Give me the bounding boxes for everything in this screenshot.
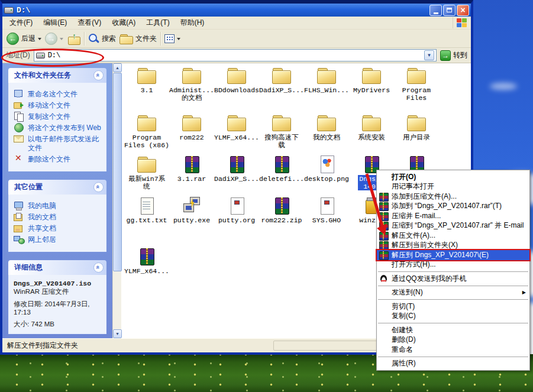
place-item[interactable]: 共享文档 [14,223,104,233]
file-item[interactable]: FLHS_Win... [304,67,349,114]
cloud [490,83,517,90]
forward-button[interactable]: → [45,33,63,45]
place-label: 共享文档 [28,223,56,233]
sidebar-scrollbar[interactable]: ▲ ▼ [112,63,121,338]
context-menu-item[interactable] [378,286,528,286]
folders-button[interactable]: 文件夹 [119,34,157,44]
context-menu-item-icon [379,232,389,239]
context-menu-item-label: 剪切(T) [392,302,415,312]
context-menu-item[interactable]: 创建快 [377,325,529,335]
task-item[interactable]: 删除这个文件 [14,154,104,164]
task-item[interactable]: 移动这个文件 [14,101,104,110]
go-button[interactable]: → 转到 [440,50,467,61]
menu-bar-item[interactable]: 文件(F) [4,17,38,29]
context-menu-item-icon [379,193,389,200]
file-item[interactable]: 3.1 [124,67,169,114]
context-menu-item[interactable]: 打开(O) [377,172,529,182]
close-button[interactable]: × [457,5,469,16]
back-button[interactable]: ← 后退 [7,33,41,45]
context-menu-item[interactable]: 重命名 [377,345,529,355]
details-file-type: WinRAR 压缩文件 [14,287,104,296]
file-item[interactable]: BDdownloads [214,67,259,114]
context-menu-item[interactable]: 添加到压缩文件(A)... [377,192,529,202]
file-item[interactable]: 我的文档 [304,114,349,155]
file-item[interactable]: deletefi... [259,155,304,197]
context-menu-item[interactable] [378,323,528,323]
menu-bar-item[interactable]: 工具(T) [141,17,175,29]
context-menu-item[interactable]: 添加到 “Dngs_XP_V201407.rar”(T) [377,202,529,212]
context-menu-item[interactable]: 属性(R) [377,359,529,369]
context-menu-item[interactable]: 解压文件(A)... [377,231,529,241]
minimize-button[interactable] [429,5,442,16]
file-tasks-header[interactable]: 文件和文件夹任务 [8,68,106,83]
file-item[interactable]: MyDrivers [349,67,394,114]
file-item[interactable]: YLMF_x64... [214,114,259,155]
file-item[interactable]: SYS.GHO [304,197,349,248]
file-item[interactable]: Program Files [394,67,439,114]
file-label: Program Files [402,86,431,102]
file-item[interactable]: YLMF_x64... [124,248,169,284]
collapse-chevron-icon[interactable] [93,70,104,80]
file-item[interactable]: putty.exe [169,197,214,248]
menu-bar-item[interactable]: 编辑(E) [38,17,72,29]
maximize-button[interactable] [443,5,456,16]
details-header[interactable]: 详细信息 [8,260,106,275]
file-item[interactable]: Program Files (x86) [124,114,169,155]
context-menu-item[interactable]: 剪切(T) [377,302,529,312]
file-item[interactable]: putty.org [214,197,259,248]
context-menu-item[interactable] [378,357,528,357]
menu-bar-item[interactable]: 帮助(H) [175,17,210,29]
task-item[interactable]: 将这个文件发布到 Web [14,123,104,132]
file-item[interactable]: DadiXP_S... [214,155,259,197]
context-menu-item[interactable]: 通过QQ发送到我的手机 [377,274,529,284]
file-item[interactable]: DadiXP_S... [259,67,304,114]
task-item[interactable]: 复制这个文件 [14,112,104,121]
scrollbar-thumb[interactable] [113,73,122,271]
file-item[interactable]: Administ... 的文档 [169,67,214,114]
file-item[interactable]: gg.txt.txt [124,197,169,248]
file-item[interactable]: desktop.png [304,155,349,197]
task-item[interactable]: 重命名这个文件 [14,89,104,99]
context-menu-item[interactable]: 复制(C) [377,312,529,322]
scroll-down-button[interactable]: ▼ [113,329,122,338]
file-item[interactable]: 最新win7系 统 [124,155,169,197]
file-item[interactable]: rom222.zip [259,197,304,248]
context-menu-item[interactable]: 解压到 Dngs_XP_V201407\(E) [377,250,529,260]
context-menu-item[interactable]: 用记事本打开 [377,182,529,192]
file-item[interactable]: 用户目录 [394,114,439,155]
file-item[interactable]: 系统安装 [349,114,394,155]
file-item[interactable]: rom222 [169,114,214,155]
context-menu-item-label: 压缩并 E-mail... [392,211,441,221]
menu-bar-item[interactable]: 查看(V) [72,17,106,29]
context-menu-item[interactable]: 发送到(N) [377,288,529,298]
menu-bar-item[interactable]: 收藏(A) [106,17,141,29]
other-places-header[interactable]: 其它位置 [8,180,106,195]
file-label: putty.exe [173,216,210,224]
context-menu-item[interactable]: 压缩到 “Dngs_XP_V201407.rar” 并 E-mail [377,221,529,231]
up-button[interactable]: ↑ [67,33,80,44]
collapse-chevron-icon[interactable] [93,182,104,192]
title-bar[interactable]: D:\ × [2,4,471,17]
file-label: deletefi... [259,175,304,183]
place-item[interactable]: 我的文档 [14,212,104,222]
address-input[interactable]: D:\ ▼ [34,49,437,61]
scroll-up-button[interactable]: ▲ [113,63,122,72]
views-button[interactable] [164,34,180,43]
task-item[interactable]: 以电子邮件形式发送此文件 [14,134,104,153]
search-button[interactable]: 搜索 [88,33,116,44]
address-dropdown-button[interactable]: ▼ [424,50,434,60]
context-menu-item[interactable] [378,299,528,300]
context-menu-item[interactable]: 压缩并 E-mail... [377,211,529,221]
context-menu-item[interactable]: 打开方式(H)... [377,260,529,270]
place-item[interactable]: 网上邻居 [14,235,104,244]
place-item[interactable]: 我的电脑 [14,201,104,210]
context-menu-item[interactable] [378,271,528,272]
file-item[interactable]: 3.1.rar [169,155,214,197]
details-size: 大小: 742 MB [14,320,104,328]
context-menu-item[interactable]: 删除(D) [377,335,529,345]
back-dropdown-icon[interactable] [38,38,41,42]
collapse-chevron-icon[interactable] [93,263,104,273]
file-item[interactable]: 搜狗高速下 载 [259,114,304,155]
context-menu-item[interactable]: 解压到当前文件夹(X) [377,241,529,251]
task-label: 将这个文件发布到 Web [28,123,101,132]
